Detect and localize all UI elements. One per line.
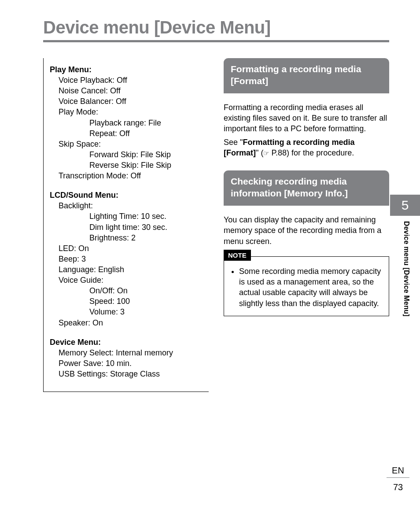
chapter-tab-label: Device menu [Device Menu]: [402, 221, 410, 317]
chapter-number: 5: [390, 195, 420, 216]
setting-subitem: Forward Skip: File Skip: [50, 149, 207, 160]
device-menu-heading: Device Menu:: [50, 337, 207, 347]
setting-item: Memory Select: Internal memory: [50, 347, 207, 358]
page-title: Device menu [Device Menu]: [43, 18, 389, 37]
note-label: NOTE: [224, 250, 251, 261]
setting-item: Power Save: 10 min.: [50, 358, 207, 369]
title-rule: [43, 40, 389, 42]
setting-item: Backlight:: [50, 200, 207, 211]
see-prefix: See ": [224, 138, 243, 147]
setting-subitem: Dim light time: 30 sec.: [50, 222, 207, 233]
setting-subitem: Lighting Time: 10 sec.: [50, 211, 207, 222]
page-footer: EN 73: [387, 466, 409, 492]
setting-subitem: Volume: 3: [50, 307, 207, 317]
setting-item: USB Settings: Storage Class: [50, 369, 207, 379]
memory-info-section-heading: Checking recording media information [Me…: [224, 170, 389, 206]
note-box: NOTE Some recording media memory capacit…: [224, 256, 389, 316]
setting-subitem: Repeat: Off: [50, 128, 207, 139]
setting-subitem: Reverse Skip: File Skip: [50, 160, 207, 170]
setting-item: Voice Playback: Off: [50, 75, 207, 85]
format-section-heading: Formatting a recording media [Format]: [224, 58, 389, 93]
setting-item: LED: On: [50, 243, 207, 254]
setting-item: Play Mode:: [50, 107, 207, 117]
setting-item: Language: English: [50, 264, 207, 275]
setting-subitem: Speed: 100: [50, 296, 207, 307]
footer-page-number: 73: [387, 478, 409, 492]
format-see-reference: See "Formatting a recording media [Forma…: [224, 137, 389, 159]
play-menu-heading: Play Menu:: [50, 64, 207, 75]
see-suffix-1: " (: [256, 148, 263, 157]
pointer-icon: ☞: [263, 149, 269, 157]
setting-subitem: Playback range: File: [50, 118, 207, 128]
setting-item: Noise Cancel: Off: [50, 85, 207, 96]
setting-item: Speaker: On: [50, 318, 207, 328]
setting-item: Voice Balancer: Off: [50, 96, 207, 107]
footer-language: EN: [387, 466, 409, 478]
lcd-sound-heading: LCD/Sound Menu:: [50, 190, 207, 200]
setting-item: Skip Space:: [50, 139, 207, 149]
note-bullet: Some recording media memory capacity is …: [239, 266, 383, 309]
see-suffix-2: P.88) for the procedure.: [269, 148, 354, 157]
setting-subitem: On/Off: On: [50, 285, 207, 296]
format-body-text: Formatting a recording media erases all …: [224, 102, 389, 134]
setting-item: Voice Guide:: [50, 275, 207, 285]
setting-item: Transcription Mode: Off: [50, 170, 207, 181]
settings-box: Play Menu: Voice Playback: Off Noise Can…: [43, 58, 209, 392]
setting-subitem: Brightness: 2: [50, 233, 207, 243]
memory-info-body-text: You can display the capacity and remaini…: [224, 214, 389, 247]
setting-item: Beep: 3: [50, 254, 207, 264]
